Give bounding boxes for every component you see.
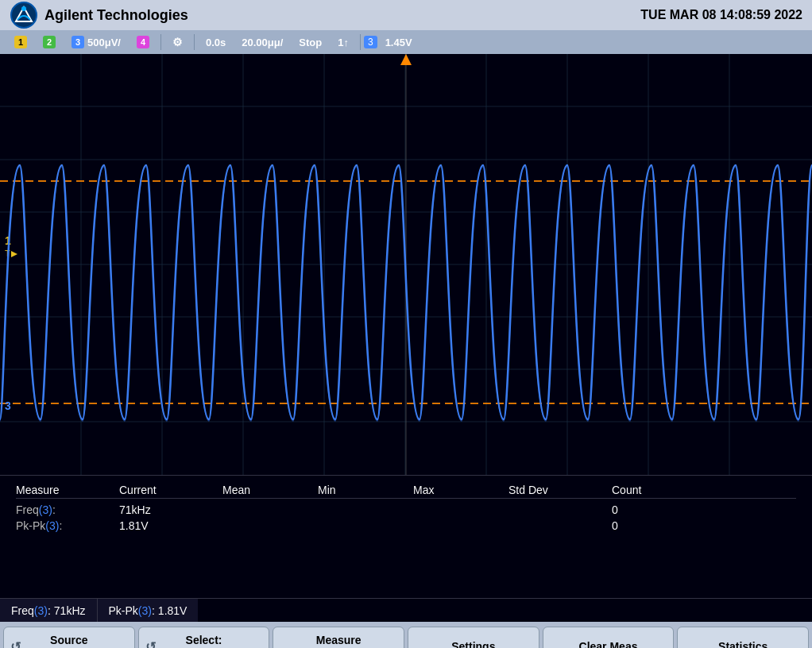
meas-rows: Freq(3): 71kHz 0 Pk-Pk(3): 1.81V 0 bbox=[16, 503, 796, 532]
clear-meas-button[interactable]: Clear Meas ▼ bbox=[543, 627, 675, 648]
freq-mean bbox=[222, 503, 318, 516]
ch1-indicator[interactable]: 1 bbox=[6, 34, 35, 50]
pkpk-current: 1.81V bbox=[119, 519, 222, 532]
statistics-button[interactable]: Statistics ▼ bbox=[677, 627, 809, 648]
freq-current: 71kHz bbox=[119, 503, 222, 516]
select-label-main: Select: bbox=[186, 633, 222, 647]
freq-status-value: 71kHz bbox=[54, 604, 86, 617]
freq-count: 0 bbox=[612, 503, 691, 516]
col-measure: Measure bbox=[16, 484, 119, 496]
run-state[interactable]: Stop bbox=[291, 35, 330, 50]
ch4-badge: 4 bbox=[137, 36, 149, 48]
status-bar: Freq(3): 71kHz Pk-Pk(3): 1.81V bbox=[0, 598, 812, 622]
col-max: Max bbox=[413, 484, 508, 496]
trigger-level[interactable]: 1.45V bbox=[377, 35, 420, 50]
toolbar-divider-3 bbox=[360, 34, 361, 50]
svg-text:3: 3 bbox=[5, 399, 11, 412]
freq-max bbox=[413, 503, 508, 516]
acquire-settings[interactable]: ⚙ bbox=[164, 34, 191, 50]
freq-status: Freq(3): 71kHz bbox=[0, 599, 98, 622]
select-button[interactable]: ↺ Select: Pk-Pk bbox=[138, 627, 270, 648]
col-mean: Mean bbox=[222, 484, 318, 496]
ch3-scale: 500μV/ bbox=[87, 37, 121, 48]
meas-header: Measure Current Mean Min Max Std Dev Cou… bbox=[16, 484, 796, 499]
pkpk-status-label: Pk-Pk(3): bbox=[109, 604, 155, 617]
scope-display: 1 T 3 bbox=[0, 54, 812, 475]
pkpk-min bbox=[318, 519, 413, 532]
col-count: Count bbox=[612, 484, 691, 496]
header-left: Agilent Technologies bbox=[10, 1, 188, 29]
freq-label: Freq(3): bbox=[16, 503, 119, 516]
measurements-panel: Measure Current Mean Min Max Std Dev Cou… bbox=[0, 475, 812, 598]
scope-screen: 1 T 3 bbox=[0, 54, 812, 475]
table-row: Freq(3): 71kHz 0 bbox=[16, 503, 796, 516]
measure-button[interactable]: Measure Pk-Pk bbox=[273, 627, 404, 648]
pkpk-status: Pk-Pk(3): 1.81V bbox=[98, 599, 199, 622]
ch1-badge: 1 bbox=[14, 36, 27, 48]
col-stddev: Std Dev bbox=[508, 484, 612, 496]
source-label-main: Source bbox=[50, 633, 87, 647]
settings-button[interactable]: Settings ▼ bbox=[408, 627, 539, 648]
ch2-badge: 2 bbox=[43, 36, 56, 48]
settings-label: Settings bbox=[451, 639, 495, 648]
freq-status-label: Freq(3): bbox=[11, 604, 51, 617]
pkpk-stddev bbox=[508, 519, 612, 532]
col-current: Current bbox=[119, 484, 222, 496]
select-icon: ↺ bbox=[145, 638, 156, 648]
toolbar-divider-2 bbox=[194, 34, 195, 50]
pkpk-status-value: 1.81V bbox=[158, 604, 188, 617]
pkpk-mean bbox=[222, 519, 318, 532]
freq-stddev bbox=[508, 503, 612, 516]
toolbar-row: 1 2 3 500μV/ 4 ⚙ 0.0s 20.00μμ/ Stop 1↑ 3… bbox=[0, 30, 812, 54]
time-scale: 20.00μμ/ bbox=[234, 35, 291, 50]
trigger-slope[interactable]: 1↑ bbox=[330, 35, 357, 50]
time-offset: 0.0s bbox=[198, 35, 234, 50]
clear-meas-label: Clear Meas bbox=[579, 639, 638, 648]
toolbar-divider-1 bbox=[160, 34, 161, 50]
statistics-label: Statistics bbox=[718, 639, 768, 648]
trigger-ch-badge[interactable]: 3 bbox=[364, 36, 377, 48]
header-title: Agilent Technologies bbox=[44, 7, 188, 24]
pkpk-label: Pk-Pk(3): bbox=[16, 519, 119, 532]
pkpk-max bbox=[413, 519, 508, 532]
col-min: Min bbox=[318, 484, 413, 496]
ch4-indicator[interactable]: 4 bbox=[129, 34, 157, 50]
ch2-indicator[interactable]: 2 bbox=[35, 34, 64, 50]
source-button[interactable]: ↺ Source 3 bbox=[3, 627, 135, 648]
table-row: Pk-Pk(3): 1.81V 0 bbox=[16, 519, 796, 532]
measure-label-main: Measure bbox=[316, 633, 362, 647]
freq-min bbox=[318, 503, 413, 516]
header: Agilent Technologies TUE MAR 08 14:08:59… bbox=[0, 0, 812, 30]
agilent-logo bbox=[10, 1, 38, 29]
header-datetime: TUE MAR 08 14:08:59 2022 bbox=[640, 8, 802, 22]
ch3-badge: 3 bbox=[72, 36, 84, 48]
button-bar: ↺ Source 3 ↺ Select: Pk-Pk Measure Pk-Pk… bbox=[0, 622, 812, 648]
svg-point-1 bbox=[21, 6, 26, 11]
ch3-indicator[interactable]: 3 500μV/ bbox=[64, 34, 129, 50]
pkpk-count: 0 bbox=[612, 519, 691, 532]
source-icon: ↺ bbox=[10, 638, 21, 648]
